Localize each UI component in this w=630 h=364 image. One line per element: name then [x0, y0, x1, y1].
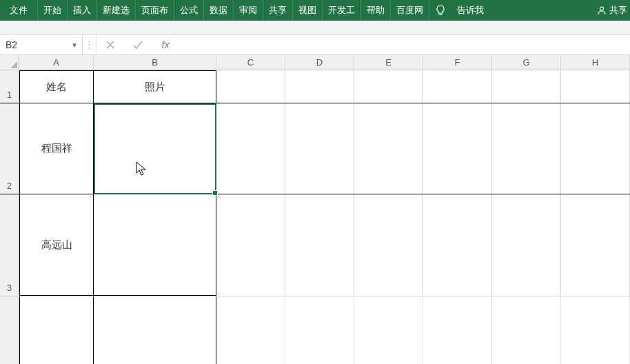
- cell-H4[interactable]: [561, 296, 630, 364]
- cell-F4[interactable]: [423, 296, 492, 364]
- row-1: 1 姓名 照片: [0, 70, 630, 103]
- col-header-C[interactable]: C: [216, 55, 285, 70]
- row-header-4[interactable]: 4: [0, 296, 19, 364]
- tab-pagelayout[interactable]: 页面布: [136, 0, 174, 21]
- cell-F3[interactable]: [423, 194, 492, 296]
- select-all-corner[interactable]: [0, 55, 19, 70]
- tab-new[interactable]: 新建选: [97, 0, 136, 21]
- collapsed-toolbar: [0, 21, 630, 34]
- col-header-E[interactable]: E: [354, 55, 423, 70]
- tab-home[interactable]: 开始: [38, 0, 68, 21]
- person-icon: [597, 6, 607, 15]
- cell-G3[interactable]: [492, 194, 561, 296]
- col-header-D[interactable]: D: [285, 55, 354, 70]
- cell-B2[interactable]: [94, 103, 216, 194]
- col-header-F[interactable]: F: [423, 55, 492, 70]
- cell-C2[interactable]: [216, 103, 285, 194]
- share-button[interactable]: 共享: [594, 0, 630, 21]
- ribbon: 文件 开始 插入 新建选 页面布 公式 数据 审阅 共享 视图 开发工 帮助 百…: [0, 0, 630, 21]
- cell-A2[interactable]: 程国祥: [19, 103, 94, 194]
- share-label: 共享: [609, 4, 627, 17]
- cell-G4[interactable]: [492, 296, 561, 364]
- cell-B1[interactable]: 照片: [94, 70, 216, 103]
- cell-C4[interactable]: [216, 296, 285, 364]
- cell-G2[interactable]: [492, 103, 561, 194]
- cell-A1[interactable]: 姓名: [19, 70, 94, 103]
- svg-point-1: [600, 7, 604, 10]
- cell-A4[interactable]: [19, 296, 94, 364]
- tab-help[interactable]: 帮助: [361, 0, 391, 21]
- cell-A3[interactable]: 高远山: [19, 194, 94, 296]
- tab-baidu[interactable]: 百度网: [391, 0, 429, 21]
- tab-share-tab[interactable]: 共享: [263, 0, 293, 21]
- grid-area: A B C D E F G H 1 姓名 照片 2 程国祥: [0, 55, 630, 364]
- tab-formulas[interactable]: 公式: [174, 0, 204, 21]
- cell-D2[interactable]: [285, 103, 354, 194]
- row-4: 4: [0, 296, 630, 364]
- cell-C1[interactable]: [216, 70, 285, 103]
- fx-label[interactable]: fx: [152, 34, 179, 54]
- col-header-H[interactable]: H: [561, 55, 630, 70]
- name-box[interactable]: B2 ▼: [0, 34, 83, 54]
- cell-D4[interactable]: [285, 296, 354, 364]
- cell-B4[interactable]: [94, 296, 216, 364]
- cell-C3[interactable]: [216, 194, 285, 296]
- enter-icon[interactable]: [124, 34, 152, 54]
- formula-bar-row: B2 ▼ ⋮ fx: [0, 34, 630, 55]
- cell-H2[interactable]: [561, 103, 630, 194]
- tab-file[interactable]: 文件: [0, 0, 38, 21]
- tell-me[interactable]: 告诉我: [451, 0, 489, 21]
- tab-insert[interactable]: 插入: [68, 0, 97, 21]
- row-header-1[interactable]: 1: [0, 70, 19, 103]
- cell-B3[interactable]: [94, 194, 216, 296]
- col-header-B[interactable]: B: [94, 55, 216, 70]
- cell-F2[interactable]: [423, 103, 492, 194]
- cell-E1[interactable]: [354, 70, 423, 103]
- cell-F1[interactable]: [423, 70, 492, 103]
- cell-G1[interactable]: [492, 70, 561, 103]
- cell-E3[interactable]: [354, 194, 423, 296]
- cell-E4[interactable]: [354, 296, 423, 364]
- row-2: 2 程国祥: [0, 103, 630, 194]
- column-headers: A B C D E F G H: [0, 55, 630, 70]
- cancel-icon[interactable]: [96, 34, 124, 54]
- cell-D1[interactable]: [285, 70, 354, 103]
- row-header-2[interactable]: 2: [0, 103, 19, 194]
- cell-E2[interactable]: [354, 103, 423, 194]
- row-3: 3 高远山: [0, 194, 630, 296]
- name-box-value: B2: [6, 39, 17, 50]
- tab-data[interactable]: 数据: [204, 0, 234, 21]
- col-header-A[interactable]: A: [19, 55, 94, 70]
- chevron-down-icon[interactable]: ▼: [71, 41, 78, 48]
- tab-review[interactable]: 审阅: [234, 0, 263, 21]
- tab-view[interactable]: 视图: [293, 0, 323, 21]
- col-header-G[interactable]: G: [492, 55, 561, 70]
- cell-H3[interactable]: [561, 194, 630, 296]
- cell-D3[interactable]: [285, 194, 354, 296]
- cell-H1[interactable]: [561, 70, 630, 103]
- lightbulb-icon: [429, 0, 451, 21]
- rows: 1 姓名 照片 2 程国祥 3 高远山: [0, 70, 630, 364]
- tab-developer[interactable]: 开发工: [323, 0, 361, 21]
- formula-input[interactable]: [179, 34, 630, 54]
- formula-divider: ⋮: [83, 34, 96, 54]
- row-header-3[interactable]: 3: [0, 194, 19, 296]
